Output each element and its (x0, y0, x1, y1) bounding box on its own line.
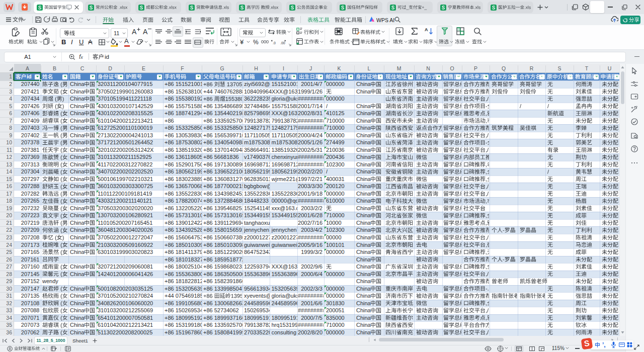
svg-text:A: A (425, 27, 428, 32)
svg-text:.00: .00 (280, 41, 285, 45)
svg-text:.0: .0 (273, 41, 276, 45)
